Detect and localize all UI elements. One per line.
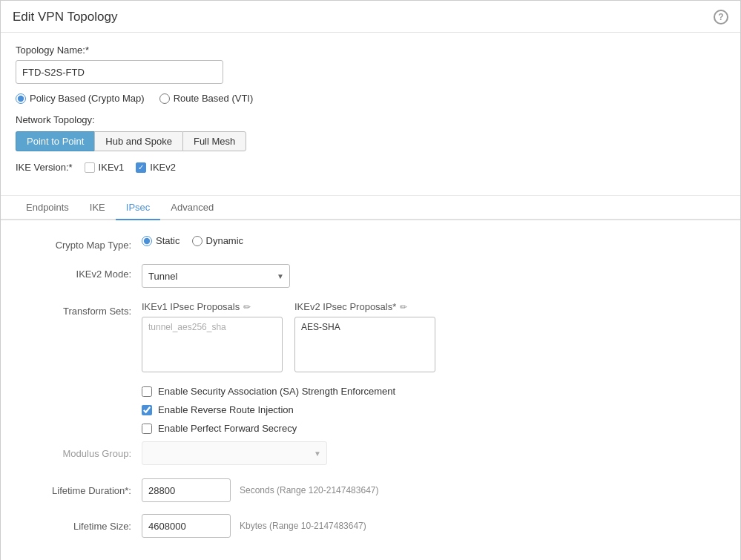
- page-header: Edit VPN Topology ?: [1, 1, 740, 33]
- policy-type-group: Policy Based (Crypto Map) Route Based (V…: [16, 93, 725, 104]
- form-body: Topology Name:* Policy Based (Crypto Map…: [1, 33, 740, 195]
- ipsec-content: Crypto Map Type: Static Dynamic IKEv2 Mo…: [1, 220, 740, 560]
- lifetime-size-label: Lifetime Size:: [23, 521, 142, 532]
- help-icon[interactable]: ?: [714, 10, 728, 24]
- ikev2-mode-select-wrapper: Tunnel Transport ▼: [142, 264, 290, 288]
- ikev1-checkbox[interactable]: [85, 162, 95, 173]
- lifetime-duration-input[interactable]: [142, 478, 231, 502]
- topology-name-label: Topology Name:*: [16, 45, 725, 56]
- network-topology-label: Network Topology:: [16, 114, 725, 125]
- transform-sets-headers: IKEv1 IPsec Proposals ✏ IKEv2 IPsec Prop…: [142, 301, 435, 312]
- static-radio[interactable]: [142, 236, 152, 246]
- static-label: Static: [156, 235, 180, 246]
- page-container: Edit VPN Topology ? Topology Name:* Poli…: [0, 0, 741, 560]
- perfect-forward-label[interactable]: Enable Perfect Forward Secrecy: [158, 423, 297, 434]
- network-topology-btn-group: Point to Point Hub and Spoke Full Mesh: [16, 131, 725, 151]
- lifetime-size-input[interactable]: [142, 514, 231, 538]
- ikev2-mode-row: IKEv2 Mode: Tunnel Transport ▼: [23, 264, 718, 288]
- modulus-group-label: Modulus Group:: [23, 448, 142, 459]
- policy-based-radio[interactable]: [16, 93, 26, 104]
- ikev2-proposals-header: IKEv2 IPsec Proposals* ✏: [294, 301, 435, 312]
- tab-ike[interactable]: IKE: [79, 196, 116, 220]
- tab-endpoints[interactable]: Endpoints: [16, 196, 79, 220]
- ikev1-label[interactable]: IKEv1: [85, 162, 125, 173]
- route-based-option[interactable]: Route Based (VTI): [159, 93, 254, 104]
- crypto-map-type-content: Static Dynamic: [142, 235, 718, 246]
- tab-ipsec[interactable]: IPsec: [116, 196, 161, 220]
- full-mesh-btn[interactable]: Full Mesh: [182, 131, 246, 151]
- perfect-forward-checkbox[interactable]: [142, 424, 152, 434]
- lifetime-size-row: Lifetime Size: Kbytes (Range 10-21474836…: [23, 514, 718, 538]
- ikev2-label[interactable]: ✓ IKEv2: [136, 162, 176, 173]
- ikev2-mode-content: Tunnel Transport ▼: [142, 264, 718, 288]
- page-title: Edit VPN Topology: [13, 10, 117, 24]
- dynamic-label: Dynamic: [206, 235, 244, 246]
- ikev2-proposals-box: AES-SHA: [294, 317, 435, 372]
- modulus-select-wrapper: ▼: [142, 441, 327, 465]
- route-based-label: Route Based (VTI): [174, 93, 254, 104]
- crypto-map-type-row: Crypto Map Type: Static Dynamic: [23, 235, 718, 251]
- dynamic-option[interactable]: Dynamic: [192, 235, 244, 246]
- tabs-bar: Endpoints IKE IPsec Advanced: [1, 196, 740, 220]
- reverse-route-checkbox[interactable]: [142, 405, 152, 415]
- ikev1-proposals-header: IKEv1 IPsec Proposals ✏: [142, 301, 283, 312]
- transform-sets-label: Transform Sets:: [23, 301, 142, 317]
- ike-version-label: IKE Version:*: [16, 162, 73, 173]
- static-option[interactable]: Static: [142, 235, 180, 246]
- ikev1-proposals-box: tunnel_aes256_sha: [142, 317, 283, 372]
- topology-name-section: Topology Name:*: [16, 45, 725, 84]
- ikev2-mode-select[interactable]: Tunnel Transport: [142, 264, 290, 288]
- ikev2-text: IKEv2: [150, 162, 176, 173]
- tab-advanced[interactable]: Advanced: [160, 196, 224, 220]
- sa-strength-row: Enable Security Association (SA) Strengt…: [142, 386, 718, 397]
- ikev2-edit-icon[interactable]: ✏: [400, 302, 407, 312]
- ikev1-placeholder-text: tunnel_aes256_sha: [148, 322, 226, 332]
- network-topology-section: Network Topology: Point to Point Hub and…: [16, 114, 725, 151]
- policy-based-label: Policy Based (Crypto Map): [30, 93, 145, 104]
- ikev1-text: IKEv1: [99, 162, 125, 173]
- lifetime-duration-row: Lifetime Duration*: Seconds (Range 120-2…: [23, 478, 718, 502]
- topology-name-input[interactable]: [16, 60, 223, 84]
- ike-version-row: IKE Version:* IKEv1 ✓ IKEv2: [16, 162, 725, 173]
- lifetime-duration-hint: Seconds (Range 120-2147483647): [240, 485, 378, 495]
- transform-sets-boxes: tunnel_aes256_sha AES-SHA: [142, 317, 435, 372]
- ikev2-mode-label: IKEv2 Mode:: [23, 264, 142, 280]
- crypto-map-type-label: Crypto Map Type:: [23, 235, 142, 251]
- modulus-select: [142, 441, 327, 465]
- transform-sets-container: IKEv1 IPsec Proposals ✏ IKEv2 IPsec Prop…: [142, 301, 435, 372]
- lifetime-duration-label: Lifetime Duration*:: [23, 485, 142, 496]
- transform-sets-content: IKEv1 IPsec Proposals ✏ IKEv2 IPsec Prop…: [142, 301, 718, 372]
- sa-strength-label[interactable]: Enable Security Association (SA) Strengt…: [158, 386, 395, 397]
- modulus-group-row: Modulus Group: ▼: [23, 441, 718, 465]
- ikev2-value-text: AES-SHA: [301, 322, 340, 332]
- ikev2-proposals-label: IKEv2 IPsec Proposals*: [294, 301, 396, 312]
- ikev2-checkbox[interactable]: ✓: [136, 162, 146, 173]
- ikev1-edit-icon[interactable]: ✏: [243, 302, 251, 312]
- reverse-route-row: Enable Reverse Route Injection: [142, 404, 718, 415]
- perfect-forward-row: Enable Perfect Forward Secrecy: [142, 423, 718, 434]
- point-to-point-btn[interactable]: Point to Point: [16, 131, 94, 151]
- dynamic-radio[interactable]: [192, 236, 202, 246]
- policy-based-option[interactable]: Policy Based (Crypto Map): [16, 93, 145, 104]
- sa-strength-checkbox[interactable]: [142, 386, 152, 397]
- ikev1-proposals-label: IKEv1 IPsec Proposals: [142, 301, 240, 312]
- hub-and-spoke-btn[interactable]: Hub and Spoke: [94, 131, 182, 151]
- reverse-route-label[interactable]: Enable Reverse Route Injection: [158, 404, 294, 415]
- lifetime-size-hint: Kbytes (Range 10-2147483647): [240, 521, 366, 531]
- route-based-radio[interactable]: [159, 93, 170, 104]
- transform-sets-row: Transform Sets: IKEv1 IPsec Proposals ✏ …: [23, 301, 718, 372]
- checkboxes-section: Enable Security Association (SA) Strengt…: [23, 386, 718, 434]
